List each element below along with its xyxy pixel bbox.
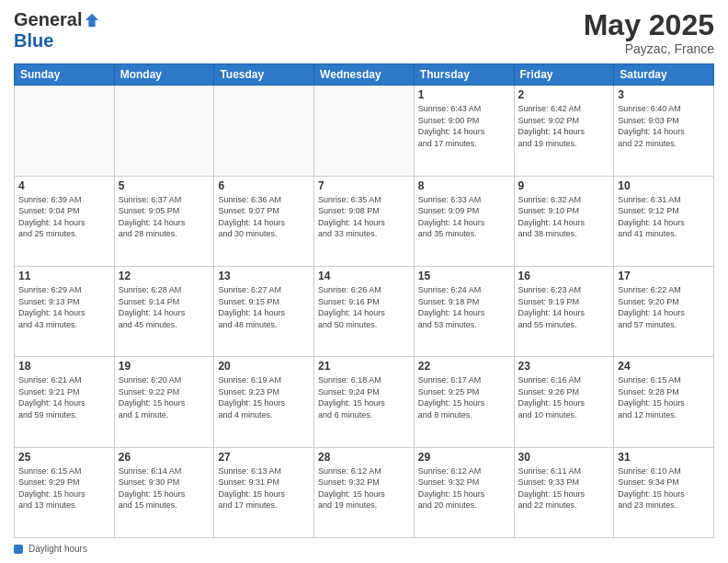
weekday-header-row: SundayMondayTuesdayWednesdayThursdayFrid… [15, 64, 714, 86]
calendar-cell: 4Sunrise: 6:39 AM Sunset: 9:04 PM Daylig… [15, 176, 115, 266]
day-info: Sunrise: 6:28 AM Sunset: 9:14 PM Dayligh… [119, 284, 210, 330]
calendar-cell: 23Sunrise: 6:16 AM Sunset: 9:26 PM Dayli… [514, 357, 614, 447]
day-number: 30 [518, 451, 610, 464]
day-info: Sunrise: 6:23 AM Sunset: 9:19 PM Dayligh… [518, 284, 610, 330]
day-info: Sunrise: 6:13 AM Sunset: 9:31 PM Dayligh… [218, 465, 310, 511]
week-row-3: 11Sunrise: 6:29 AM Sunset: 9:13 PM Dayli… [15, 266, 714, 356]
day-info: Sunrise: 6:17 AM Sunset: 9:25 PM Dayligh… [418, 374, 510, 420]
calendar-cell: 19Sunrise: 6:20 AM Sunset: 9:22 PM Dayli… [114, 357, 214, 447]
day-number: 20 [218, 360, 310, 373]
calendar-cell: 5Sunrise: 6:37 AM Sunset: 9:05 PM Daylig… [114, 176, 214, 266]
day-number: 31 [618, 451, 710, 464]
location: Payzac, France [584, 41, 714, 56]
calendar-cell: 2Sunrise: 6:42 AM Sunset: 9:02 PM Daylig… [514, 86, 614, 176]
calendar-cell: 20Sunrise: 6:19 AM Sunset: 9:23 PM Dayli… [214, 357, 314, 447]
day-info: Sunrise: 6:21 AM Sunset: 9:21 PM Dayligh… [18, 374, 110, 420]
logo-general-text: General [14, 9, 82, 30]
calendar-cell [214, 86, 314, 176]
day-info: Sunrise: 6:15 AM Sunset: 9:28 PM Dayligh… [618, 374, 710, 420]
daylight-label: Daylight hours [28, 544, 87, 554]
day-info: Sunrise: 6:40 AM Sunset: 9:03 PM Dayligh… [618, 103, 710, 149]
day-number: 18 [18, 360, 110, 373]
day-number: 3 [618, 88, 710, 101]
day-info: Sunrise: 6:14 AM Sunset: 9:30 PM Dayligh… [119, 465, 210, 511]
calendar-cell: 11Sunrise: 6:29 AM Sunset: 9:13 PM Dayli… [15, 266, 115, 356]
calendar-cell: 16Sunrise: 6:23 AM Sunset: 9:19 PM Dayli… [514, 266, 614, 356]
day-number: 17 [618, 270, 710, 282]
logo-icon [84, 12, 100, 29]
day-info: Sunrise: 6:18 AM Sunset: 9:24 PM Dayligh… [318, 374, 410, 420]
calendar-table: SundayMondayTuesdayWednesdayThursdayFrid… [14, 63, 714, 538]
day-number: 2 [518, 88, 610, 101]
day-number: 10 [618, 179, 710, 192]
day-number: 22 [418, 360, 510, 373]
day-number: 24 [618, 360, 710, 373]
calendar-cell [15, 86, 115, 176]
day-number: 14 [318, 270, 410, 282]
day-number: 19 [119, 360, 210, 373]
day-info: Sunrise: 6:29 AM Sunset: 9:13 PM Dayligh… [18, 284, 110, 330]
day-info: Sunrise: 6:36 AM Sunset: 9:07 PM Dayligh… [218, 194, 310, 240]
day-number: 6 [218, 179, 310, 192]
page: General Blue May 2025 Payzac, France Sun… [0, 0, 728, 563]
weekday-header-thursday: Thursday [414, 64, 514, 86]
day-info: Sunrise: 6:37 AM Sunset: 9:05 PM Dayligh… [119, 194, 210, 240]
calendar-cell: 14Sunrise: 6:26 AM Sunset: 9:16 PM Dayli… [314, 266, 415, 356]
day-number: 21 [318, 360, 410, 373]
weekday-header-wednesday: Wednesday [314, 64, 415, 86]
title-section: May 2025 Payzac, France [584, 9, 714, 56]
calendar-cell: 18Sunrise: 6:21 AM Sunset: 9:21 PM Dayli… [15, 357, 115, 447]
day-info: Sunrise: 6:32 AM Sunset: 9:10 PM Dayligh… [518, 194, 610, 240]
calendar-cell: 28Sunrise: 6:12 AM Sunset: 9:32 PM Dayli… [314, 447, 415, 537]
day-info: Sunrise: 6:26 AM Sunset: 9:16 PM Dayligh… [318, 284, 410, 330]
calendar-cell: 3Sunrise: 6:40 AM Sunset: 9:03 PM Daylig… [614, 86, 714, 176]
day-number: 12 [119, 270, 210, 282]
day-info: Sunrise: 6:20 AM Sunset: 9:22 PM Dayligh… [119, 374, 210, 420]
week-row-1: 1Sunrise: 6:43 AM Sunset: 9:00 PM Daylig… [15, 86, 714, 176]
svg-marker-0 [85, 13, 98, 26]
weekday-header-saturday: Saturday [614, 64, 714, 86]
day-number: 23 [518, 360, 610, 373]
calendar-cell: 25Sunrise: 6:15 AM Sunset: 9:29 PM Dayli… [15, 447, 115, 537]
day-info: Sunrise: 6:12 AM Sunset: 9:32 PM Dayligh… [318, 465, 410, 511]
day-number: 15 [418, 270, 510, 282]
week-row-2: 4Sunrise: 6:39 AM Sunset: 9:04 PM Daylig… [15, 176, 714, 266]
day-number: 9 [518, 179, 610, 192]
calendar-cell: 30Sunrise: 6:11 AM Sunset: 9:33 PM Dayli… [514, 447, 614, 537]
day-info: Sunrise: 6:31 AM Sunset: 9:12 PM Dayligh… [618, 194, 710, 240]
calendar-cell: 8Sunrise: 6:33 AM Sunset: 9:09 PM Daylig… [414, 176, 514, 266]
calendar-cell: 13Sunrise: 6:27 AM Sunset: 9:15 PM Dayli… [214, 266, 314, 356]
day-number: 27 [218, 451, 310, 464]
day-number: 16 [518, 270, 610, 282]
calendar-cell [114, 86, 214, 176]
calendar-cell: 29Sunrise: 6:12 AM Sunset: 9:32 PM Dayli… [414, 447, 514, 537]
weekday-header-sunday: Sunday [15, 64, 115, 86]
daylight-dot [14, 545, 23, 554]
day-number: 25 [18, 451, 110, 464]
day-number: 11 [18, 270, 110, 282]
weekday-header-friday: Friday [514, 64, 614, 86]
calendar-cell: 31Sunrise: 6:10 AM Sunset: 9:34 PM Dayli… [614, 447, 714, 537]
calendar-cell: 6Sunrise: 6:36 AM Sunset: 9:07 PM Daylig… [214, 176, 314, 266]
day-info: Sunrise: 6:16 AM Sunset: 9:26 PM Dayligh… [518, 374, 610, 420]
calendar-cell: 24Sunrise: 6:15 AM Sunset: 9:28 PM Dayli… [614, 357, 714, 447]
week-row-4: 18Sunrise: 6:21 AM Sunset: 9:21 PM Dayli… [15, 357, 714, 447]
day-info: Sunrise: 6:22 AM Sunset: 9:20 PM Dayligh… [618, 284, 710, 330]
day-info: Sunrise: 6:27 AM Sunset: 9:15 PM Dayligh… [218, 284, 310, 330]
calendar-cell: 7Sunrise: 6:35 AM Sunset: 9:08 PM Daylig… [314, 176, 415, 266]
footer: Daylight hours [14, 544, 714, 554]
day-info: Sunrise: 6:10 AM Sunset: 9:34 PM Dayligh… [618, 465, 710, 511]
day-number: 29 [418, 451, 510, 464]
day-number: 7 [318, 179, 410, 192]
day-info: Sunrise: 6:39 AM Sunset: 9:04 PM Dayligh… [18, 194, 110, 240]
weekday-header-tuesday: Tuesday [214, 64, 314, 86]
calendar-cell: 22Sunrise: 6:17 AM Sunset: 9:25 PM Dayli… [414, 357, 514, 447]
calendar-cell: 1Sunrise: 6:43 AM Sunset: 9:00 PM Daylig… [414, 86, 514, 176]
day-info: Sunrise: 6:43 AM Sunset: 9:00 PM Dayligh… [418, 103, 510, 149]
day-number: 13 [218, 270, 310, 282]
day-number: 8 [418, 179, 510, 192]
calendar-cell [314, 86, 415, 176]
day-info: Sunrise: 6:12 AM Sunset: 9:32 PM Dayligh… [418, 465, 510, 511]
logo: General Blue [14, 9, 100, 52]
day-number: 4 [18, 179, 110, 192]
